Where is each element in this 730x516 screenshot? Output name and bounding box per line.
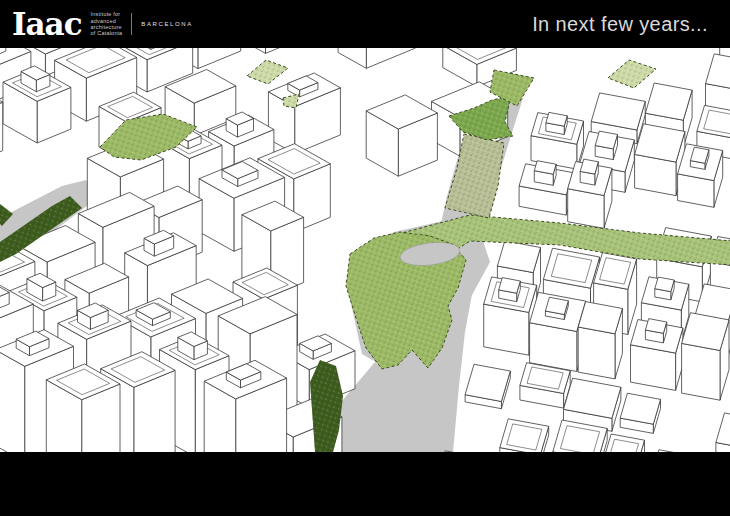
building <box>620 393 660 433</box>
building <box>650 450 707 452</box>
iaac-city-label: BARCELONA <box>141 21 192 27</box>
building <box>229 48 311 53</box>
building <box>366 95 437 176</box>
building <box>484 277 537 355</box>
building <box>437 451 491 452</box>
building <box>519 161 573 215</box>
building <box>716 413 730 452</box>
building <box>500 419 549 452</box>
iaac-institute-text: Institute for advanced architecture of C… <box>91 11 123 36</box>
logo-divider <box>131 13 132 35</box>
building <box>678 144 723 208</box>
building <box>520 363 570 408</box>
slide-footer-bar <box>0 452 730 516</box>
building <box>602 434 645 452</box>
institute-line: of Catalonia <box>91 30 123 36</box>
iaac-wordmark: Iaac <box>12 9 82 40</box>
building <box>682 313 729 401</box>
building <box>268 73 340 154</box>
city-3d-visualization <box>0 48 730 452</box>
building <box>338 48 415 68</box>
building <box>465 364 510 408</box>
slide-header: Iaac Institute for advanced architecture… <box>0 0 730 48</box>
building <box>631 319 683 391</box>
city-render-area <box>0 48 730 452</box>
building <box>578 302 622 379</box>
building <box>531 112 584 169</box>
presentation-slide: Iaac Institute for advanced architecture… <box>0 0 730 516</box>
slide-title: In next few years... <box>532 13 708 36</box>
building <box>530 292 586 371</box>
building <box>568 159 612 228</box>
iaac-logo: Iaac Institute for advanced architecture… <box>12 9 193 40</box>
